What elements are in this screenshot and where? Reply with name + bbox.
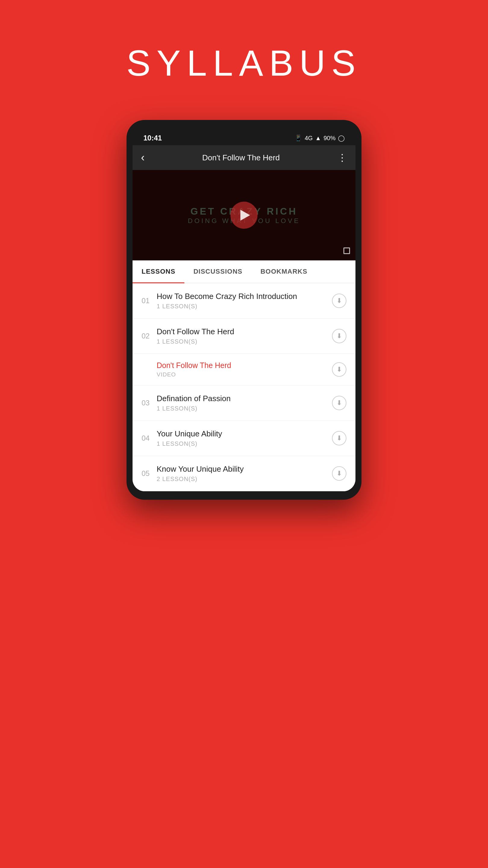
- tab-lessons[interactable]: LESSONS: [133, 260, 184, 283]
- screen-title: Don't Follow The Herd: [202, 153, 280, 162]
- download-button[interactable]: ⬇: [332, 293, 347, 308]
- lesson-item[interactable]: 02 Don't Follow The Herd 1 LESSON(S) ⬇: [133, 318, 355, 354]
- phone-notch: 10:41 📱 4G ▲ 90% ◯: [133, 128, 355, 145]
- sub-lesson-info: Don't Follow The Herd VIDEO: [157, 361, 332, 378]
- battery-icon: ◯: [338, 134, 345, 142]
- status-bar: 10:41 📱 4G ▲ 90% ◯: [143, 133, 345, 145]
- download-icon: ⬇: [336, 434, 342, 442]
- lesson-title: How To Become Crazy Rich Introduction: [157, 292, 332, 301]
- lesson-item[interactable]: 03 Defination of Passion 1 LESSON(S) ⬇: [133, 385, 355, 421]
- tabs-bar: LESSONS DISCUSSIONS BOOKMARKS: [133, 260, 355, 283]
- lesson-number: 04: [141, 434, 157, 442]
- lesson-meta: 2 LESSON(S): [157, 475, 332, 483]
- sub-lesson-type: VIDEO: [157, 371, 332, 378]
- lesson-item[interactable]: 01 How To Become Crazy Rich Introduction…: [133, 283, 355, 318]
- lesson-title: Know Your Unique Ability: [157, 464, 332, 474]
- lesson-meta: 1 LESSON(S): [157, 440, 332, 447]
- page-title: SYLLABUS: [127, 42, 361, 84]
- fullscreen-button[interactable]: [344, 247, 350, 256]
- lesson-item[interactable]: 05 Know Your Unique Ability 2 LESSON(S) …: [133, 456, 355, 491]
- download-icon: ⬇: [336, 366, 342, 373]
- lesson-info: How To Become Crazy Rich Introduction 1 …: [157, 292, 332, 310]
- phone-screen: ‹ Don't Follow The Herd ⋮ GET CRAZY RICH…: [133, 145, 355, 491]
- lesson-info: Don't Follow The Herd 1 LESSON(S): [157, 327, 332, 345]
- lesson-number: 01: [141, 297, 157, 305]
- download-button[interactable]: ⬇: [332, 362, 347, 377]
- download-icon: ⬇: [336, 470, 342, 477]
- sub-lesson-title: Don't Follow The Herd: [157, 361, 332, 370]
- lesson-number: 05: [141, 469, 157, 478]
- status-time: 10:41: [143, 134, 162, 142]
- phone-icon: 📱: [295, 134, 302, 142]
- download-button[interactable]: ⬇: [332, 329, 347, 343]
- lesson-title: Defination of Passion: [157, 394, 332, 403]
- lesson-number: 03: [141, 399, 157, 407]
- play-button[interactable]: [230, 202, 258, 229]
- video-player: GET CRAZY RICH DOING WHAT YOU LOVE: [133, 170, 355, 260]
- tab-bookmarks[interactable]: BOOKMARKS: [252, 260, 317, 283]
- play-icon: [240, 210, 250, 221]
- lesson-title: Don't Follow The Herd: [157, 327, 332, 336]
- wifi-icon: ▲: [315, 135, 321, 142]
- sub-lesson-item[interactable]: Don't Follow The Herd VIDEO ⬇: [133, 354, 355, 385]
- back-button[interactable]: ‹: [141, 151, 144, 164]
- more-button[interactable]: ⋮: [337, 152, 347, 163]
- lesson-info: Defination of Passion 1 LESSON(S): [157, 394, 332, 412]
- download-icon: ⬇: [336, 297, 342, 305]
- lesson-title: Your Unique Ability: [157, 429, 332, 438]
- phone-shell: 10:41 📱 4G ▲ 90% ◯ ‹ Don't Follow The He…: [127, 120, 361, 500]
- download-button[interactable]: ⬇: [332, 431, 347, 445]
- download-icon: ⬇: [336, 332, 342, 340]
- lesson-item[interactable]: 04 Your Unique Ability 1 LESSON(S) ⬇: [133, 421, 355, 456]
- lesson-meta: 1 LESSON(S): [157, 405, 332, 412]
- status-icons: 📱 4G ▲ 90% ◯: [295, 134, 345, 142]
- lesson-meta: 1 LESSON(S): [157, 338, 332, 345]
- lessons-list: 01 How To Become Crazy Rich Introduction…: [133, 283, 355, 491]
- tab-discussions[interactable]: DISCUSSIONS: [184, 260, 252, 283]
- app-header: ‹ Don't Follow The Herd ⋮: [133, 145, 355, 170]
- download-icon: ⬇: [336, 399, 342, 407]
- signal-icon: 4G: [304, 135, 313, 142]
- lesson-number: 02: [141, 332, 157, 340]
- download-button[interactable]: ⬇: [332, 396, 347, 410]
- lesson-meta: 1 LESSON(S): [157, 303, 332, 310]
- download-button[interactable]: ⬇: [332, 466, 347, 481]
- lesson-info: Your Unique Ability 1 LESSON(S): [157, 429, 332, 447]
- lesson-info: Know Your Unique Ability 2 LESSON(S): [157, 464, 332, 483]
- fullscreen-icon: [344, 247, 350, 254]
- battery-label: 90%: [324, 135, 335, 142]
